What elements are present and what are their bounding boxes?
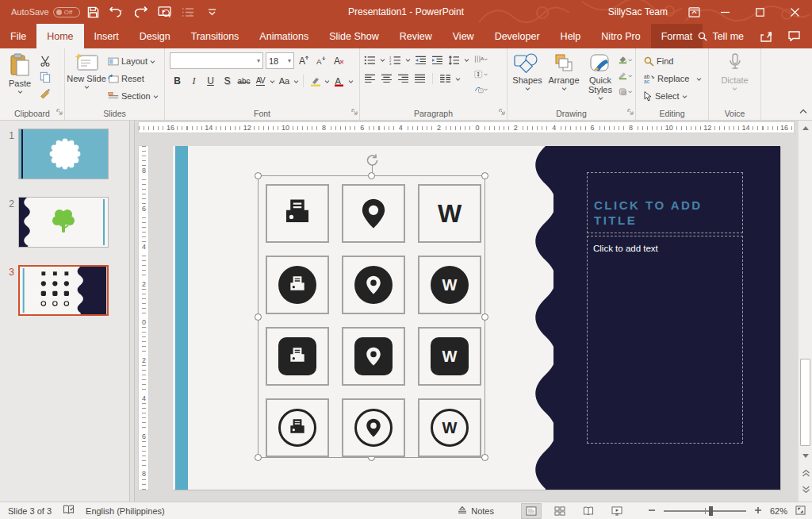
zoom-level[interactable]: 62%: [770, 506, 787, 516]
rotate-handle[interactable]: [365, 153, 378, 170]
tab-view[interactable]: View: [442, 24, 485, 48]
zoom-slider[interactable]: [664, 510, 746, 512]
font-color-button[interactable]: A: [331, 73, 347, 89]
resize-handle-nw[interactable]: [255, 172, 262, 179]
text-direction-button[interactable]: A: [474, 52, 488, 66]
reset-button[interactable]: Reset: [106, 70, 160, 87]
grid-cell-letter-plain[interactable]: W: [418, 184, 481, 243]
notes-button[interactable]: Notes: [458, 506, 494, 516]
scroll-down-button[interactable]: [799, 449, 812, 462]
strikethrough-button[interactable]: abc: [236, 73, 251, 89]
redo-button[interactable]: [131, 2, 151, 22]
tab-transitions[interactable]: Transitions: [181, 24, 250, 48]
slide-indicator[interactable]: Slide 3 of 3: [8, 506, 52, 516]
save-button[interactable]: [83, 2, 104, 22]
new-slide-button[interactable]: New Slide: [67, 51, 106, 107]
minimize-button[interactable]: [707, 0, 742, 24]
section-button[interactable]: Section: [106, 87, 160, 105]
grid-cell-printer-circle-ring[interactable]: [266, 398, 329, 457]
format-painter-icon[interactable]: [38, 86, 52, 99]
maximize-button[interactable]: [742, 0, 777, 24]
grid-cell-printer-plain[interactable]: [266, 184, 329, 243]
collapse-ribbon-button[interactable]: [799, 103, 807, 117]
grid-cell-letter-circle-ring[interactable]: W: [418, 398, 481, 457]
shape-effects-button[interactable]: [619, 85, 632, 98]
shape-fill-button[interactable]: [619, 53, 632, 67]
bold-button[interactable]: B: [170, 73, 185, 89]
zoom-in-button[interactable]: [754, 506, 762, 516]
tab-slide-show[interactable]: Slide Show: [319, 24, 389, 48]
align-left-button[interactable]: [363, 72, 377, 86]
paragraph-dialog-launcher[interactable]: [499, 104, 505, 118]
clear-formatting-button[interactable]: A: [331, 53, 347, 69]
slideshow-view-button[interactable]: [607, 503, 627, 519]
slide-thumbnail-3-selected[interactable]: 3: [5, 265, 129, 316]
tab-developer[interactable]: Developer: [485, 24, 550, 48]
tab-insert[interactable]: Insert: [84, 24, 129, 48]
justify-button[interactable]: [413, 72, 427, 86]
grid-cell-pin-circle-fill[interactable]: [342, 256, 405, 314]
undo-button[interactable]: [107, 2, 128, 22]
grid-cell-printer-circle-fill[interactable]: [266, 256, 329, 314]
grid-cell-pin-square-fill[interactable]: [342, 327, 405, 386]
next-slide-button[interactable]: [799, 482, 812, 495]
copy-icon[interactable]: [38, 70, 52, 83]
shapes-button[interactable]: Shapes: [509, 51, 546, 107]
grid-cell-printer-square-fill[interactable]: [266, 327, 329, 386]
font-name-combobox[interactable]: ▾: [170, 52, 263, 69]
tab-nitro-pro[interactable]: Nitro Pro: [591, 24, 650, 48]
cut-icon[interactable]: [38, 54, 52, 67]
slide-thumbnail-1[interactable]: 1: [5, 129, 129, 179]
close-button[interactable]: [777, 0, 812, 24]
select-button[interactable]: Select: [642, 87, 703, 105]
layout-button[interactable]: Layout: [106, 52, 160, 70]
proofing-status-icon[interactable]: [63, 505, 75, 517]
tab-review[interactable]: Review: [389, 24, 442, 48]
decrease-indent-button[interactable]: [414, 53, 427, 67]
line-spacing-button[interactable]: [447, 53, 461, 67]
underline-button[interactable]: U: [203, 73, 218, 89]
slide-sorter-view-button[interactable]: [550, 503, 570, 519]
italic-button[interactable]: I: [186, 73, 201, 89]
normal-view-button[interactable]: [521, 503, 542, 519]
clipboard-dialog-launcher[interactable]: [56, 104, 63, 118]
align-right-button[interactable]: [396, 72, 410, 86]
title-placeholder[interactable]: CLICK TO ADD TITLE: [587, 172, 743, 233]
arrange-button[interactable]: Arrange: [546, 51, 582, 107]
shape-outline-button[interactable]: [619, 69, 632, 83]
slide-thumbnail-2[interactable]: 2: [5, 197, 129, 248]
tab-animations[interactable]: Animations: [249, 24, 319, 48]
scroll-up-button[interactable]: [799, 121, 812, 134]
teal-accent-stripe[interactable]: [175, 146, 188, 490]
fit-to-window-button[interactable]: [795, 506, 806, 517]
convert-to-smartart-button[interactable]: [474, 83, 488, 96]
paste-button[interactable]: Paste: [2, 51, 38, 107]
previous-slide-button[interactable]: [799, 467, 812, 479]
zoom-out-button[interactable]: [648, 506, 656, 516]
find-button[interactable]: Find: [642, 52, 703, 70]
resize-handle-n[interactable]: [368, 172, 375, 179]
character-spacing-button[interactable]: AV: [253, 73, 268, 89]
increase-font-size-button[interactable]: A: [297, 53, 312, 69]
body-text-placeholder[interactable]: Click to add text: [587, 236, 743, 444]
autosave-toggle[interactable]: AutoSave Off: [11, 7, 80, 17]
align-center-button[interactable]: [380, 72, 393, 86]
resize-handle-ne[interactable]: [481, 172, 488, 179]
quick-styles-button[interactable]: Quick Styles: [582, 51, 619, 107]
tab-help[interactable]: Help: [550, 24, 592, 48]
font-size-combobox[interactable]: 18▾: [266, 52, 294, 69]
ribbon-display-options-icon[interactable]: [680, 0, 707, 24]
columns-button[interactable]: [439, 72, 452, 86]
grid-cell-letter-square-fill[interactable]: W: [418, 327, 481, 386]
account-name[interactable]: SillySac Team: [608, 6, 668, 17]
grid-cell-pin-plain[interactable]: [342, 184, 405, 243]
tab-home[interactable]: Home: [36, 24, 83, 48]
scrollbar-thumb[interactable]: [800, 359, 810, 446]
change-case-button[interactable]: Aa: [277, 73, 292, 89]
font-dialog-launcher[interactable]: [351, 104, 358, 118]
resize-handle-sw[interactable]: [255, 454, 262, 461]
customize-qat-button[interactable]: [202, 2, 223, 22]
increase-indent-button[interactable]: [431, 53, 444, 67]
tab-design[interactable]: Design: [129, 24, 181, 48]
grid-cell-letter-circle-fill[interactable]: W: [418, 256, 481, 314]
